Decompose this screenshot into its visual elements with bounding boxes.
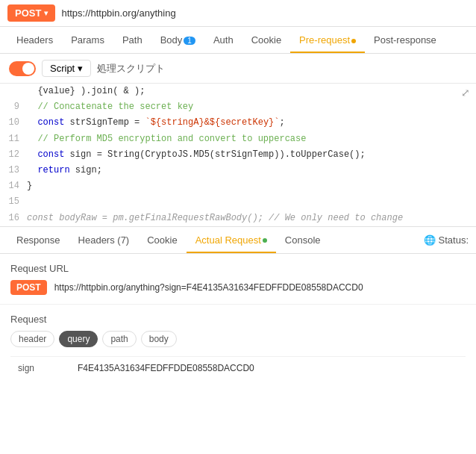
tab-bottom-cookie[interactable]: Cookie xyxy=(138,227,186,253)
request-url-section: Request URL POST https://httpbin.org/any… xyxy=(0,254,476,305)
request-url-text: https://httpbin.org/anything?sign=F4E413… xyxy=(54,282,363,293)
tab-pre-request[interactable]: Pre-request xyxy=(290,27,365,53)
request-data-table: sign F4E4135A31634FEDFFDDE08558DACCD0 xyxy=(10,356,466,379)
code-line-13: 13 return sign; xyxy=(0,163,476,178)
bottom-tab-bar: Response Headers (7) Cookie Actual Reque… xyxy=(0,227,476,254)
expand-icon[interactable]: ⤢ xyxy=(461,87,470,99)
request-subsection: Request header query path body sign F4E4… xyxy=(0,305,476,388)
post-method-badge: POST xyxy=(10,280,47,295)
script-button-label: Script xyxy=(50,63,75,74)
tab-cookie[interactable]: Cookie xyxy=(242,27,290,53)
script-toolbar: Script ▾ 処理スクリプト xyxy=(0,54,476,84)
filter-path[interactable]: path xyxy=(102,331,136,347)
status-label: Status: xyxy=(439,234,469,246)
url-input[interactable] xyxy=(61,7,469,19)
row-value: F4E4135A31634FEDFFDDE08558DACCD0 xyxy=(70,356,466,379)
row-key: sign xyxy=(10,356,70,379)
request-label: Request xyxy=(10,314,466,325)
filter-body[interactable]: body xyxy=(141,331,177,347)
actual-request-dot xyxy=(263,238,267,243)
request-url-label: Request URL xyxy=(10,263,466,274)
url-bar: POST ▾ xyxy=(0,0,476,27)
code-line-10: 10 const strSignTemp = `${stringA}&${sec… xyxy=(0,115,476,131)
tab-headers-7[interactable]: Headers (7) xyxy=(69,227,139,253)
status-section: 🌐 Status: xyxy=(424,234,469,246)
tab-params[interactable]: Params xyxy=(62,27,113,53)
code-line-12: 12 const sign = String(CryptoJS.MD5(strS… xyxy=(0,147,476,163)
method-label: POST xyxy=(15,7,41,19)
script-toggle[interactable] xyxy=(9,61,36,76)
filter-header[interactable]: header xyxy=(10,331,54,347)
method-button[interactable]: POST ▾ xyxy=(7,4,55,22)
pre-request-dot xyxy=(351,39,356,43)
script-button[interactable]: Script ▾ xyxy=(42,60,91,77)
chevron-down-icon: ▾ xyxy=(44,9,48,17)
tab-headers[interactable]: Headers xyxy=(7,27,62,53)
top-tab-bar: Headers Params Path Body1 Auth Cookie Pr… xyxy=(0,27,476,54)
tab-post-response[interactable]: Post-response xyxy=(365,27,445,53)
tab-actual-request[interactable]: Actual Request xyxy=(187,227,276,253)
code-line-0: {value} ).join( & ); xyxy=(0,84,476,99)
globe-icon: 🌐 xyxy=(424,234,436,246)
code-editor[interactable]: ⤢ {value} ).join( & ); 9 // Concatenate … xyxy=(0,84,476,227)
table-row: sign F4E4135A31634FEDFFDDE08558DACCD0 xyxy=(10,356,466,379)
url-display: POST https://httpbin.org/anything?sign=F… xyxy=(10,280,466,295)
filter-query[interactable]: query xyxy=(59,331,98,347)
script-description: 処理スクリプト xyxy=(97,62,165,75)
tab-auth[interactable]: Auth xyxy=(204,27,242,53)
body-badge: 1 xyxy=(184,37,195,45)
code-line-15: 15 xyxy=(0,194,476,210)
filter-tabs: header query path body xyxy=(10,331,466,347)
code-line-14: 14 } xyxy=(0,178,476,194)
code-line-9: 9 // Concatenate the secret key xyxy=(0,99,476,115)
tab-response[interactable]: Response xyxy=(7,227,69,253)
tab-path[interactable]: Path xyxy=(113,27,151,53)
code-line-11: 11 // Perform MD5 encryption and convert… xyxy=(0,131,476,147)
script-chevron-icon: ▾ xyxy=(78,63,83,74)
tab-console[interactable]: Console xyxy=(276,227,330,253)
tab-body[interactable]: Body1 xyxy=(151,27,204,53)
code-line-16: 16 const bodyRaw = pm.getFinalRequestRaw… xyxy=(0,211,476,226)
